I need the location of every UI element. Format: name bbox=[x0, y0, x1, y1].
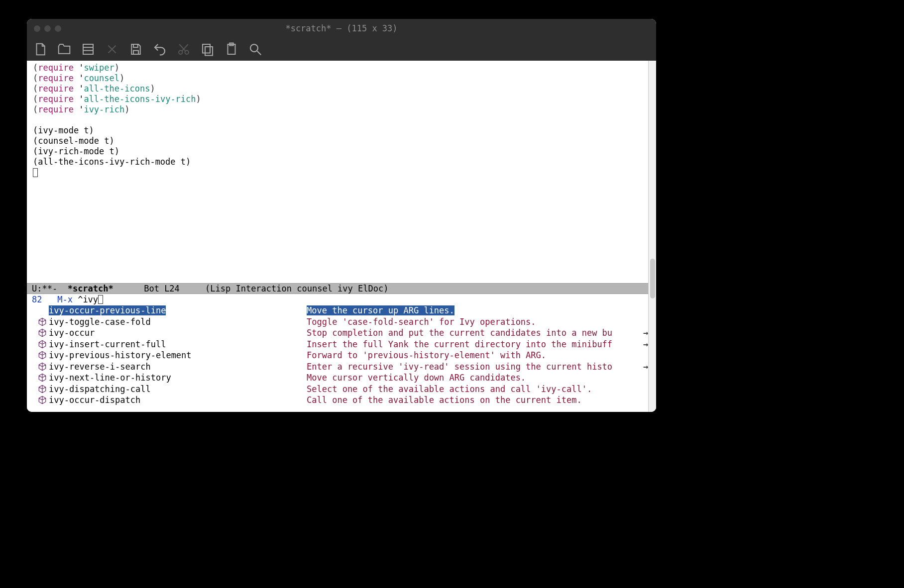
candidate-row[interactable]: ivy-insert-current-fullInsert the full Y… bbox=[27, 339, 656, 350]
scrollbar[interactable] bbox=[648, 61, 656, 412]
candidate-desc: Move cursor vertically down ARG candidat… bbox=[307, 373, 526, 383]
candidate-row[interactable]: ivy-occur-dispatchCall one of the availa… bbox=[27, 394, 656, 406]
candidate-desc: Move the cursor up ARG lines. bbox=[307, 305, 454, 315]
cube-icon bbox=[38, 362, 47, 371]
traffic-lights bbox=[34, 25, 61, 32]
undo-icon[interactable] bbox=[151, 41, 168, 58]
candidate-name: ivy-occur-dispatch bbox=[49, 395, 307, 405]
candidate-name: ivy-toggle-case-fold bbox=[49, 317, 307, 327]
overflow-arrow-icon: → bbox=[643, 339, 648, 349]
cube-icon bbox=[38, 328, 47, 337]
copy-icon[interactable] bbox=[199, 41, 216, 58]
toolbar bbox=[27, 38, 656, 61]
candidate-desc: Select one of the available actions and … bbox=[307, 384, 592, 394]
modeline[interactable]: U:**- *scratch* Bot L24 (Lisp Interactio… bbox=[27, 283, 656, 294]
overflow-arrow-icon: → bbox=[643, 328, 648, 338]
candidate-row[interactable]: ivy-occurStop completion and put the cur… bbox=[27, 327, 656, 339]
candidate-desc: Call one of the available actions on the… bbox=[307, 395, 582, 405]
candidate-row[interactable]: ivy-next-line-or-historyMove cursor vert… bbox=[27, 372, 656, 384]
kill-buffer-icon[interactable] bbox=[104, 41, 120, 58]
dired-icon[interactable] bbox=[80, 41, 97, 58]
svg-point-15 bbox=[250, 44, 258, 52]
candidate-name: ivy-dispatching-call bbox=[49, 384, 307, 394]
zoom-window-button[interactable] bbox=[55, 25, 61, 32]
candidate-name: ivy-previous-history-element bbox=[49, 350, 307, 360]
window-title: *scratch* — (115 x 33) bbox=[27, 23, 656, 33]
candidate-desc: Stop completion and put the current cand… bbox=[307, 328, 612, 338]
cut-icon[interactable] bbox=[175, 41, 192, 58]
candidate-row[interactable]: ivy-dispatching-callSelect one of the av… bbox=[27, 384, 656, 395]
svg-line-16 bbox=[257, 51, 261, 55]
paste-icon[interactable] bbox=[223, 41, 240, 58]
buffer-area[interactable]: (require 'swiper) (require 'counsel) (re… bbox=[27, 61, 656, 283]
scrollbar-thumb[interactable] bbox=[650, 259, 655, 298]
search-icon[interactable] bbox=[247, 41, 264, 58]
save-icon[interactable] bbox=[127, 41, 144, 58]
svg-rect-0 bbox=[83, 44, 93, 54]
candidate-row[interactable]: ivy-reverse-i-searchEnter a recursive 'i… bbox=[27, 361, 656, 373]
candidate-name: ivy-insert-current-full bbox=[49, 339, 307, 349]
svg-rect-12 bbox=[205, 47, 213, 56]
cube-icon bbox=[38, 395, 47, 404]
close-window-button[interactable] bbox=[34, 25, 40, 32]
emacs-window: *scratch* — (115 x 33) bbox=[27, 19, 656, 412]
candidate-desc: Enter a recursive 'ivy-read' session usi… bbox=[307, 362, 612, 372]
minibuffer-cursor bbox=[98, 295, 103, 304]
svg-rect-5 bbox=[133, 44, 138, 47]
titlebar: *scratch* — (115 x 33) bbox=[27, 19, 656, 38]
svg-rect-6 bbox=[133, 51, 138, 55]
overflow-arrow-icon: → bbox=[643, 362, 648, 372]
candidate-row[interactable]: ivy-occur-previous-lineMove the cursor u… bbox=[27, 305, 656, 316]
minibuffer[interactable]: 82 M-x ^ivy bbox=[27, 294, 656, 305]
ivy-candidates: ivy-occur-previous-lineMove the cursor u… bbox=[27, 305, 656, 412]
minimize-window-button[interactable] bbox=[44, 25, 51, 32]
candidate-desc: Toggle 'case-fold-search' for Ivy operat… bbox=[307, 317, 536, 327]
new-file-icon[interactable] bbox=[32, 41, 49, 58]
open-folder-icon[interactable] bbox=[56, 41, 73, 58]
cube-icon bbox=[38, 317, 47, 326]
candidate-row[interactable]: ivy-previous-history-elementForward to '… bbox=[27, 350, 656, 361]
cube-icon bbox=[38, 306, 47, 315]
candidate-name: ivy-next-line-or-history bbox=[49, 373, 307, 383]
cube-icon bbox=[38, 351, 47, 360]
candidate-row[interactable]: ivy-toggle-case-foldToggle 'case-fold-se… bbox=[27, 316, 656, 328]
cube-icon bbox=[38, 340, 47, 349]
candidate-desc: Forward to 'previous-history-element' wi… bbox=[307, 350, 546, 360]
cube-icon bbox=[38, 373, 47, 382]
svg-rect-11 bbox=[203, 44, 210, 53]
candidate-name: ivy-occur bbox=[49, 328, 307, 338]
candidate-name: ivy-reverse-i-search bbox=[49, 362, 307, 372]
candidate-desc: Insert the full Yank the current directo… bbox=[307, 339, 612, 349]
cube-icon bbox=[38, 385, 47, 393]
candidate-name: ivy-occur-previous-line bbox=[49, 305, 307, 315]
point-cursor bbox=[33, 168, 38, 177]
